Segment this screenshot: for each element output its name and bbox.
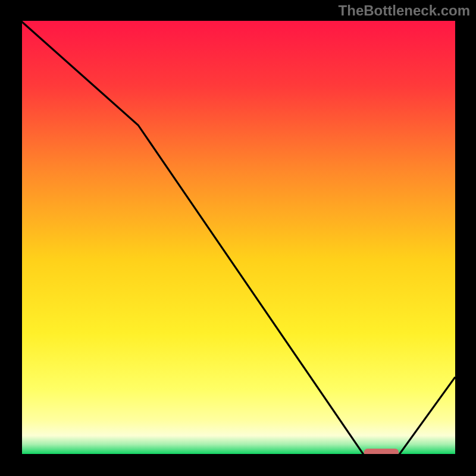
watermark-text: TheBottleneck.com	[339, 2, 470, 19]
bottleneck-chart	[0, 0, 476, 476]
chart-container: TheBottleneck.com	[0, 0, 476, 476]
plot-background	[21, 21, 455, 455]
